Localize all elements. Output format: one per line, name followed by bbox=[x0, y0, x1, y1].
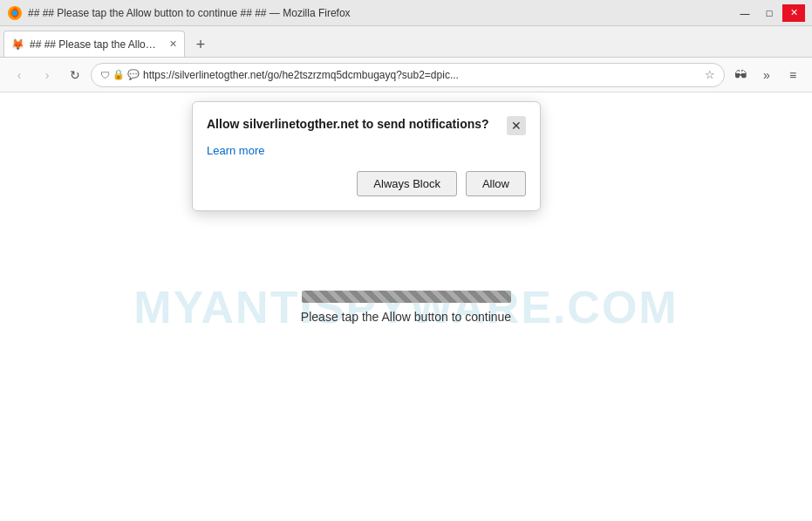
notification-icon: 💬 bbox=[127, 69, 140, 80]
popup-header: Allow silverlinetogther.net to send noti… bbox=[207, 116, 526, 135]
popup-title: Allow silverlinetogther.net to send noti… bbox=[207, 116, 489, 134]
page-message: Please tap the Allow button to continue bbox=[301, 310, 511, 324]
main-content: MYANTISPYWARE.COM Please tap the Allow b… bbox=[0, 93, 812, 521]
address-text: https://silverlinetogther.net/go/he2tszr… bbox=[143, 69, 701, 81]
firefox-logo-icon bbox=[7, 5, 23, 21]
titlebar-title: ## ## Please tap the Allow button to con… bbox=[28, 7, 351, 19]
titlebar-controls: — □ ✕ bbox=[734, 4, 805, 22]
back-button[interactable]: ‹ bbox=[7, 63, 31, 87]
bookmark-star-icon[interactable]: ☆ bbox=[705, 68, 715, 81]
titlebar-left: ## ## Please tap the Allow button to con… bbox=[7, 5, 351, 21]
address-bar[interactable]: 🛡 🔒 💬 https://silverlinetogther.net/go/h… bbox=[91, 63, 725, 87]
address-icons: 🛡 🔒 💬 bbox=[100, 69, 140, 80]
lock-icon: 🔒 bbox=[113, 69, 125, 80]
tab-title: ## ## Please tap the Allow... bbox=[30, 38, 160, 51]
popup-actions: Always Block Allow bbox=[207, 171, 526, 196]
svg-point-2 bbox=[12, 10, 17, 16]
progress-bar-container bbox=[302, 291, 511, 303]
new-tab-button[interactable]: + bbox=[188, 32, 213, 57]
tabbar: 🦊 ## ## Please tap the Allow... ✕ + bbox=[0, 26, 812, 58]
extensions-button[interactable]: » bbox=[754, 63, 779, 87]
always-block-button[interactable]: Always Block bbox=[357, 171, 457, 196]
titlebar: ## ## Please tap the Allow button to con… bbox=[0, 0, 812, 26]
tab-close-button[interactable]: ✕ bbox=[169, 38, 177, 50]
close-button[interactable]: ✕ bbox=[782, 4, 805, 22]
allow-button[interactable]: Allow bbox=[466, 171, 526, 196]
pocket-button[interactable]: 🕶 bbox=[728, 63, 753, 87]
menu-button[interactable]: ≡ bbox=[781, 63, 805, 87]
reload-button[interactable]: ↻ bbox=[63, 63, 87, 87]
maximize-button[interactable]: □ bbox=[758, 4, 781, 22]
tab-favicon-icon: 🦊 bbox=[11, 38, 24, 51]
nav-right-buttons: 🕶 » ≡ bbox=[728, 63, 805, 87]
learn-more-link[interactable]: Learn more bbox=[207, 144, 264, 157]
active-tab[interactable]: 🦊 ## ## Please tap the Allow... ✕ bbox=[3, 31, 185, 57]
forward-button[interactable]: › bbox=[35, 63, 59, 87]
minimize-button[interactable]: — bbox=[734, 4, 756, 22]
progress-bar bbox=[302, 291, 511, 303]
notification-popup: Allow silverlinetogther.net to send noti… bbox=[192, 101, 541, 211]
popup-close-button[interactable]: ✕ bbox=[507, 116, 526, 135]
shield-icon: 🛡 bbox=[100, 70, 110, 80]
navbar: ‹ › ↻ 🛡 🔒 💬 https://silverlinetogther.ne… bbox=[0, 58, 812, 93]
